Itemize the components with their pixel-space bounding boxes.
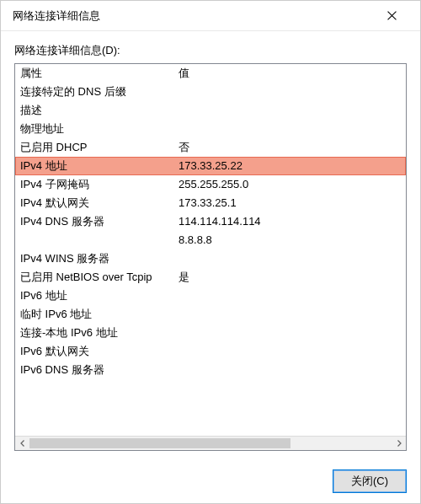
row-property: 连接-本地 IPv6 地址 <box>19 324 177 342</box>
window-title: 网络连接详细信息 <box>13 8 375 24</box>
table-row[interactable]: IPv4 子网掩码255.255.255.0 <box>15 175 406 194</box>
column-value: 值 <box>177 66 402 81</box>
row-value <box>177 120 402 138</box>
row-property: IPv4 WINS 服务器 <box>19 249 177 268</box>
table-row[interactable]: IPv6 DNS 服务器 <box>15 361 406 379</box>
table-row[interactable]: 连接-本地 IPv6 地址 <box>15 324 406 342</box>
table-row[interactable]: IPv4 地址173.33.25.22 <box>15 157 406 175</box>
row-value <box>177 305 402 324</box>
table-row[interactable]: 物理地址 <box>15 120 406 138</box>
row-property: 已启用 DHCP <box>19 138 177 157</box>
titlebar: 网络连接详细信息 <box>1 1 420 31</box>
horizontal-scrollbar[interactable] <box>15 436 406 450</box>
row-value: 173.33.25.1 <box>177 194 402 212</box>
row-value: 173.33.25.22 <box>177 157 402 175</box>
row-property: 已启用 NetBIOS over Tcpip <box>19 268 177 287</box>
row-property: IPv6 地址 <box>19 287 177 305</box>
row-value <box>177 287 402 305</box>
row-value: 否 <box>177 138 402 157</box>
list-body: 属性 值 连接特定的 DNS 后缀描述物理地址已启用 DHCP否IPv4 地址1… <box>15 64 406 436</box>
row-property: 临时 IPv6 地址 <box>19 305 177 324</box>
close-dialog-button[interactable]: 关闭(C) <box>333 469 407 493</box>
table-row[interactable]: IPv6 地址 <box>15 287 406 305</box>
row-property: 描述 <box>19 101 177 120</box>
row-property: IPv4 DNS 服务器 <box>19 212 177 231</box>
table-row[interactable]: 已启用 NetBIOS over Tcpip是 <box>15 268 406 287</box>
column-property: 属性 <box>19 66 177 81</box>
scroll-left-button[interactable] <box>15 437 29 450</box>
row-value <box>177 101 402 120</box>
list-header: 属性 值 <box>15 66 406 83</box>
row-value: 8.8.8.8 <box>177 231 402 249</box>
table-row[interactable]: IPv4 DNS 服务器114.114.114.114 <box>15 212 406 231</box>
row-property: IPv4 默认网关 <box>19 194 177 212</box>
close-icon <box>387 11 397 20</box>
row-property: IPv6 DNS 服务器 <box>19 361 177 379</box>
table-row[interactable]: 8.8.8.8 <box>15 231 406 249</box>
row-value <box>177 342 402 361</box>
scroll-thumb[interactable] <box>29 438 290 448</box>
chevron-right-icon <box>396 440 402 447</box>
close-button[interactable] <box>375 4 408 28</box>
table-row[interactable]: IPv4 默认网关173.33.25.1 <box>15 194 406 212</box>
section-label: 网络连接详细信息(D): <box>14 43 407 58</box>
scroll-track[interactable] <box>29 437 392 450</box>
row-value: 255.255.255.0 <box>177 175 402 194</box>
chevron-left-icon <box>19 440 26 447</box>
table-row[interactable]: 临时 IPv6 地址 <box>15 305 406 324</box>
row-value <box>177 324 402 342</box>
scroll-right-button[interactable] <box>392 437 406 450</box>
footer: 关闭(C) <box>1 459 420 493</box>
row-value: 是 <box>177 268 402 287</box>
table-row[interactable]: 连接特定的 DNS 后缀 <box>15 83 406 101</box>
row-property: 连接特定的 DNS 后缀 <box>19 83 177 101</box>
table-row[interactable]: 已启用 DHCP否 <box>15 138 406 157</box>
row-property: IPv6 默认网关 <box>19 342 177 361</box>
table-row[interactable]: IPv4 WINS 服务器 <box>15 249 406 268</box>
content-area: 网络连接详细信息(D): 属性 值 连接特定的 DNS 后缀描述物理地址已启用 … <box>1 31 420 459</box>
row-value <box>177 83 402 101</box>
row-value <box>177 249 402 268</box>
row-property: IPv4 地址 <box>19 157 177 175</box>
row-property <box>19 231 177 249</box>
details-list: 属性 值 连接特定的 DNS 后缀描述物理地址已启用 DHCP否IPv4 地址1… <box>14 63 407 451</box>
row-value <box>177 361 402 379</box>
table-row[interactable]: IPv6 默认网关 <box>15 342 406 361</box>
row-value: 114.114.114.114 <box>177 212 402 231</box>
row-property: 物理地址 <box>19 120 177 138</box>
row-property: IPv4 子网掩码 <box>19 175 177 194</box>
table-row[interactable]: 描述 <box>15 101 406 120</box>
